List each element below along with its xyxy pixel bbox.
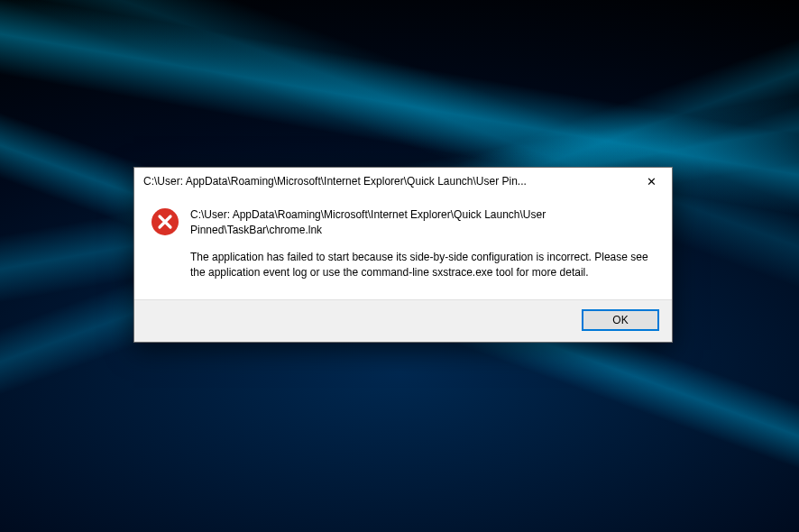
message-column: C:\User: AppData\Roaming\Microsoft\Inter… bbox=[190, 207, 652, 280]
button-row: OK bbox=[134, 299, 672, 342]
message-path: C:\User: AppData\Roaming\Microsoft\Inter… bbox=[190, 207, 652, 237]
close-icon: ✕ bbox=[647, 176, 657, 188]
error-icon bbox=[151, 207, 179, 280]
message-body: The application has failed to start beca… bbox=[190, 250, 652, 280]
error-dialog: C:\User: AppData\Roaming\Microsoft\Inter… bbox=[133, 167, 673, 343]
dialog-content: C:\User: AppData\Roaming\Microsoft\Inter… bbox=[134, 195, 672, 299]
ok-button[interactable]: OK bbox=[582, 309, 659, 331]
titlebar[interactable]: C:\User: AppData\Roaming\Microsoft\Inter… bbox=[134, 168, 672, 195]
close-button[interactable]: ✕ bbox=[631, 168, 672, 195]
window-title: C:\User: AppData\Roaming\Microsoft\Inter… bbox=[143, 175, 631, 188]
